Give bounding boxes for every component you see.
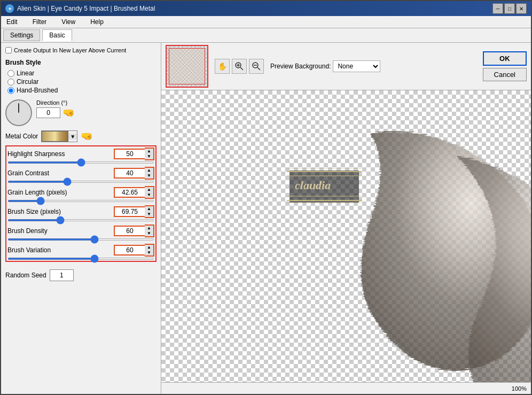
action-buttons: OK Cancel: [483, 51, 527, 81]
brush-size-slider[interactable]: [7, 219, 154, 221]
highlight-sharpness-up[interactable]: ▲: [145, 149, 153, 154]
tab-basic[interactable]: Basic: [42, 29, 72, 41]
direction-input-row: 0 🤜: [36, 107, 74, 119]
create-output-row: Create Output In New Layer Above Current: [5, 47, 157, 53]
cancel-button[interactable]: Cancel: [483, 68, 527, 81]
radio-circular-label: Circular: [17, 78, 38, 86]
brush-variation-row: Brush Variation 60 ▲ ▼: [7, 244, 154, 260]
preview-toolbar: ✋ Preview Background: None White Black C…: [161, 43, 531, 90]
grain-length-slider[interactable]: [7, 200, 154, 202]
grain-contrast-input[interactable]: 40: [114, 168, 145, 179]
radio-linear: Linear: [7, 69, 157, 77]
direction-hand-icon: 🤜: [62, 107, 74, 119]
maximize-button[interactable]: □: [504, 3, 515, 14]
brush-density-slider[interactable]: [7, 238, 154, 241]
zoom-out-button[interactable]: [249, 59, 264, 74]
sliders-highlight-box: Highlight Sharpness 50 ▲ ▼: [5, 145, 157, 262]
app-icon: ★: [5, 4, 14, 13]
random-seed-input[interactable]: 1: [50, 269, 74, 281]
menu-bar: Edit Filter View Help: [1, 16, 531, 28]
create-output-checkbox[interactable]: [5, 47, 12, 53]
brush-style-label: Brush Style: [5, 59, 157, 66]
brush-size-label: Brush Size (pixels): [7, 208, 61, 215]
metal-color-hand-icon: 🤜: [81, 130, 92, 142]
highlight-sharpness-slider[interactable]: [7, 161, 154, 164]
title-bar: ★ Alien Skin | Eye Candy 5 Impact | Brus…: [1, 1, 531, 16]
metal-color-button[interactable]: ▼: [41, 130, 77, 142]
brush-density-up[interactable]: ▲: [145, 226, 153, 231]
preview-background-label: Preview Background:: [270, 63, 331, 70]
brush-variation-slider[interactable]: [7, 258, 154, 260]
grain-length-row: Grain Length (pixels) 42.65 ▲ ▼: [7, 186, 154, 202]
title-bar-controls[interactable]: ─ □ ✕: [492, 3, 527, 14]
grain-length-up[interactable]: ▲: [145, 187, 153, 192]
preview-area: claudia: [161, 90, 531, 382]
metal-color-label: Metal Color: [5, 133, 38, 140]
svg-line-5: [257, 67, 260, 70]
radio-linear-input[interactable]: [7, 70, 14, 77]
status-bar: 100%: [161, 382, 531, 394]
direction-dial[interactable]: [5, 99, 32, 126]
grain-length-input[interactable]: 42.65: [114, 187, 145, 198]
brush-density-label: Brush Density: [7, 227, 48, 235]
highlight-sharpness-input[interactable]: 50: [114, 149, 145, 159]
svg-line-1: [240, 67, 243, 70]
left-panel: Create Output In New Layer Above Current…: [1, 43, 161, 394]
tab-bar: Settings Basic: [1, 28, 531, 43]
grain-contrast-up[interactable]: ▲: [145, 168, 153, 173]
menu-view[interactable]: View: [58, 17, 79, 27]
metal-color-swatch: [42, 131, 68, 142]
radio-circular-input[interactable]: [7, 79, 14, 86]
radio-linear-label: Linear: [17, 69, 34, 77]
right-panel: ✋ Preview Background: None White Black C…: [161, 43, 531, 394]
zoom-in-button[interactable]: [232, 59, 247, 74]
create-output-label: Create Output In New Layer Above Current: [14, 47, 126, 53]
brushed-metal-canvas: claudia: [161, 90, 531, 382]
pan-tool-button[interactable]: ✋: [215, 59, 230, 74]
random-seed-row: Random Seed 1: [5, 269, 157, 281]
highlight-sharpness-row: Highlight Sharpness 50 ▲ ▼: [7, 148, 154, 164]
svg-text:claudia: claudia: [295, 179, 331, 192]
radio-circular: Circular: [7, 78, 157, 86]
grain-contrast-row: Grain Contrast 40 ▲ ▼: [7, 167, 154, 183]
brush-density-input[interactable]: 60: [114, 226, 145, 236]
zoom-level: 100%: [512, 385, 527, 392]
brush-size-row: Brush Size (pixels) 69.75 ▲ ▼: [7, 205, 154, 221]
preview-background-select[interactable]: None White Black Checkered: [333, 60, 380, 72]
menu-filter[interactable]: Filter: [29, 17, 50, 27]
brush-variation-up[interactable]: ▲: [145, 245, 153, 250]
menu-help[interactable]: Help: [87, 17, 107, 27]
random-seed-label: Random Seed: [5, 272, 46, 279]
grain-length-label: Grain Length (pixels): [7, 189, 67, 196]
direction-section: Direction (°) 0 🤜: [5, 99, 157, 126]
brush-size-input[interactable]: 69.75: [114, 206, 145, 217]
minimize-button[interactable]: ─: [492, 3, 503, 14]
title-bar-left: ★ Alien Skin | Eye Candy 5 Impact | Brus…: [5, 4, 155, 13]
menu-edit[interactable]: Edit: [3, 17, 21, 27]
radio-hand-brushed-input[interactable]: [7, 87, 14, 94]
highlight-sharpness-label: Highlight Sharpness: [7, 150, 65, 158]
brush-density-row: Brush Density 60 ▲ ▼: [7, 224, 154, 241]
brush-style-group: Linear Circular Hand-Brushed: [5, 69, 157, 94]
brush-variation-label: Brush Variation: [7, 246, 51, 254]
direction-label-group: Direction (°) 0 🤜: [36, 99, 74, 119]
window-title: Alien Skin | Eye Candy 5 Impact | Brushe…: [17, 5, 155, 12]
brush-size-up[interactable]: ▲: [145, 206, 153, 212]
thumbnail-frame: [166, 45, 208, 88]
direction-label: Direction (°): [36, 99, 74, 106]
thumbnail-inner: [169, 48, 205, 84]
metal-color-arrow: ▼: [68, 134, 77, 140]
ok-button[interactable]: OK: [483, 51, 527, 66]
radio-hand-brushed-label: Hand-Brushed: [17, 87, 58, 94]
main-area: Create Output In New Layer Above Current…: [1, 43, 531, 394]
metal-color-row: Metal Color ▼ 🤜: [5, 130, 157, 142]
tab-settings[interactable]: Settings: [3, 29, 40, 41]
main-window: ★ Alien Skin | Eye Candy 5 Impact | Brus…: [0, 0, 532, 395]
radio-hand-brushed: Hand-Brushed: [7, 87, 157, 94]
brush-variation-input[interactable]: 60: [114, 245, 145, 255]
grain-contrast-label: Grain Contrast: [7, 169, 49, 177]
close-button[interactable]: ✕: [516, 3, 527, 14]
direction-input[interactable]: 0: [36, 107, 60, 118]
grain-contrast-slider[interactable]: [7, 181, 154, 183]
